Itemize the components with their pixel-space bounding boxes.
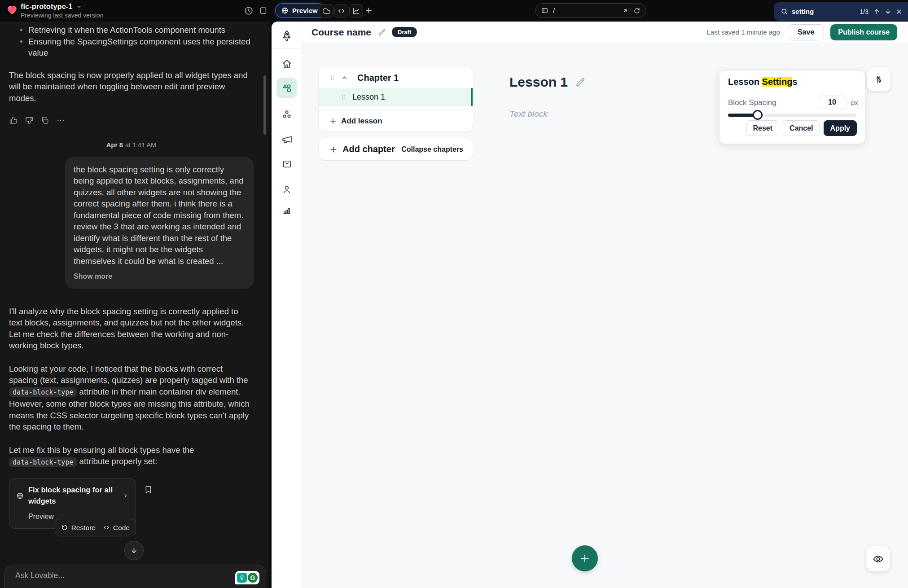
chat-scrollbar[interactable] — [263, 75, 266, 135]
globe-icon — [281, 7, 289, 14]
sliders-icon — [874, 75, 884, 84]
sidebar-item-analytics[interactable] — [272, 204, 302, 216]
restore-icon — [61, 524, 68, 531]
code-icon — [103, 524, 110, 531]
user-icon — [281, 184, 292, 195]
course-name: Course name — [311, 27, 371, 38]
chat-transcript: Retrieving it when the ActionTools compo… — [9, 22, 254, 542]
edit-lesson-title-icon[interactable] — [575, 77, 585, 87]
chapter-card: Chapter 1 Lesson 1 Add lesson — [319, 67, 473, 132]
thumbs-up-icon[interactable] — [9, 116, 18, 125]
find-previous-icon[interactable] — [873, 8, 881, 15]
editor-topbar: flc-prototype-1 Previewing last saved ve… — [0, 0, 908, 22]
assistant-message: Let me fix this by ensuring all block ty… — [9, 444, 254, 468]
collapse-chapters-button[interactable]: Collapse chapters — [401, 145, 463, 154]
version-card-title: Fix block spacing for all widgets — [28, 484, 116, 507]
lesson-row-selected[interactable]: Lesson 1 — [319, 88, 473, 106]
scroll-to-bottom-button[interactable] — [124, 541, 144, 560]
search-icon — [781, 8, 788, 15]
arrow-down-icon — [130, 546, 138, 555]
new-tab-icon[interactable] — [364, 6, 373, 15]
copy-icon[interactable] — [40, 116, 49, 125]
find-in-page-bar: setting 1/3 — [774, 2, 908, 21]
line-chart-icon — [352, 7, 360, 15]
divider — [319, 106, 473, 111]
history-icon[interactable] — [244, 6, 254, 16]
unit-label: px — [851, 99, 858, 106]
preview-toggle-button[interactable] — [866, 546, 890, 571]
save-button[interactable]: Save — [788, 24, 824, 40]
reset-button[interactable]: Reset — [746, 120, 780, 136]
home-icon — [281, 58, 292, 69]
restore-button[interactable]: Restore — [61, 522, 96, 534]
app-content: Chapter 1 Lesson 1 Add lesson Add chapte… — [302, 43, 908, 588]
bookmark-icon[interactable] — [144, 483, 153, 495]
sidebar-item-home[interactable] — [272, 57, 302, 70]
panel-toggle-icon[interactable] — [259, 6, 268, 15]
plus-icon — [579, 553, 591, 564]
sidebar-item-courses-active[interactable] — [276, 78, 297, 98]
drag-handle-icon[interactable] — [340, 93, 347, 101]
code-icon — [337, 7, 346, 15]
add-block-fab[interactable] — [572, 545, 598, 571]
lesson-item-label: Lesson 1 — [352, 92, 385, 102]
project-menu[interactable]: flc-prototype-1 — [21, 2, 103, 11]
preview-button[interactable]: Preview — [275, 3, 325, 18]
lovable-logo-icon[interactable] — [6, 4, 18, 16]
grammarly-badge[interactable]: G — [235, 571, 259, 584]
edit-course-name-icon[interactable] — [378, 28, 386, 36]
status-badge: Draft — [392, 27, 417, 37]
chapter-title: Chapter 1 — [357, 73, 399, 83]
sidebar-item-community[interactable] — [272, 108, 302, 121]
cancel-button[interactable]: Cancel — [783, 120, 820, 136]
project-status: Previewing last saved version — [21, 12, 103, 19]
chat-input-placeholder[interactable]: Ask Lovable... — [15, 571, 65, 580]
slider-thumb[interactable] — [753, 110, 763, 120]
add-chapter-button[interactable]: Add chapter — [342, 144, 395, 154]
rocket-logo-icon[interactable] — [272, 28, 302, 44]
settings-toggle-button[interactable] — [867, 67, 890, 91]
find-match-count: 1/3 — [860, 8, 869, 15]
cloud-sync-button[interactable] — [320, 4, 333, 18]
chapter-row[interactable]: Chapter 1 — [319, 67, 473, 88]
assistant-message: The block spacing is now properly applie… — [9, 70, 254, 104]
analytics-button[interactable] — [349, 4, 363, 18]
three-circles-icon — [281, 109, 292, 120]
block-spacing-input[interactable] — [818, 96, 847, 109]
url-path[interactable]: / — [553, 7, 617, 14]
lesson-title: Lesson 1 — [509, 75, 568, 90]
user-message-text: the block spacing setting is only correc… — [74, 164, 245, 267]
assistant-message: Looking at your code, I noticed that the… — [9, 363, 254, 433]
thumbs-down-icon[interactable] — [25, 116, 34, 125]
drag-handle-icon[interactable] — [329, 74, 336, 82]
sidebar-item-inbox[interactable] — [272, 158, 302, 170]
open-external-icon[interactable] — [622, 7, 629, 14]
message-timestamp: Apr 8at 1:41 AM — [9, 140, 254, 151]
find-query-input[interactable]: setting — [792, 8, 856, 15]
block-spacing-slider[interactable] — [728, 114, 856, 117]
sidebar-item-marketing[interactable] — [272, 133, 302, 145]
chat-input-panel[interactable]: Ask Lovable... G Edit Chat — [4, 565, 266, 588]
lightbulb-extension-icon — [237, 573, 247, 583]
code-button[interactable]: Code — [103, 522, 130, 534]
add-lesson-button[interactable]: Add lesson — [319, 111, 473, 132]
url-bar[interactable]: / — [535, 3, 646, 18]
text-block-placeholder[interactable]: Text block — [509, 109, 548, 119]
collapse-chapter-icon[interactable] — [341, 74, 348, 82]
lesson-settings-panel: Lesson Settings Block Spacing px Reset C… — [719, 71, 865, 144]
code-view-button[interactable] — [334, 4, 348, 18]
find-next-icon[interactable] — [884, 8, 892, 15]
show-more-link[interactable]: Show more — [74, 271, 245, 282]
add-chapter-card: Add chapter Collapse chapters — [319, 138, 473, 160]
find-close-icon[interactable] — [895, 8, 903, 15]
more-options-icon[interactable] — [56, 116, 65, 125]
eye-icon — [873, 553, 884, 565]
publish-course-button[interactable]: Publish course — [830, 24, 897, 40]
version-actions-pill: Restore Code — [55, 519, 136, 537]
sidebar-item-profile[interactable] — [272, 183, 302, 196]
bullet-item: Ensuring the SpacingSettings component u… — [9, 36, 254, 59]
refresh-icon[interactable] — [633, 7, 640, 14]
bullet-item: Retrieving it when the ActionTools compo… — [9, 24, 254, 36]
app-header: Course name Draft Last saved 1 minute ag… — [302, 22, 908, 43]
apply-button[interactable]: Apply — [824, 120, 857, 136]
